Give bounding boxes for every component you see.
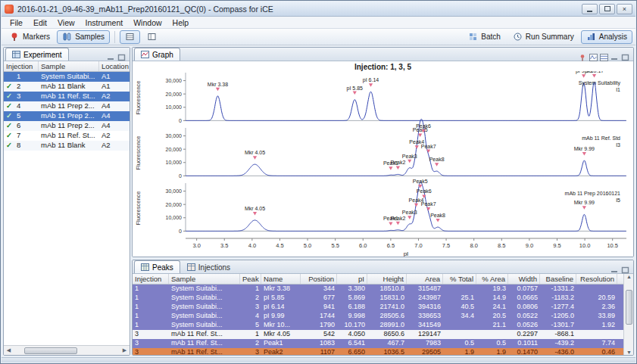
column-header[interactable]: Position — [301, 274, 337, 284]
peaks-vscrollbar[interactable]: ▲ ▼ — [623, 274, 633, 355]
experiment-row[interactable]: 1System Suitabi...A1Sys — [4, 72, 130, 82]
experiment-row[interactable]: ✓8mAb 11 BlankA2mA — [4, 141, 130, 151]
peak-marker-icon — [436, 219, 439, 222]
cell: 40.5 — [443, 303, 476, 312]
column-header[interactable]: % Total — [443, 274, 476, 284]
cell-injection: 3 — [14, 92, 39, 101]
stacked-graph-icon[interactable] — [600, 51, 608, 58]
menu-window[interactable]: Window — [128, 17, 167, 28]
minimize-button[interactable] — [582, 4, 598, 14]
cell-injection: 1 — [14, 72, 39, 82]
column-header[interactable]: Height — [367, 274, 407, 284]
menu-file[interactable]: File — [5, 17, 28, 28]
pin-icon[interactable] — [579, 51, 587, 58]
column-header[interactable]: Location — [99, 61, 130, 71]
tab-injections[interactable]: Injections — [180, 260, 237, 273]
peaks-row[interactable]: 1System Suitabi...4pI 9.9917449.99828505… — [133, 312, 623, 321]
peaks-row[interactable]: 3mAb 11 Ref. St...1Mkr 4.055424.0508650.… — [133, 330, 623, 339]
hscroll-thumb[interactable] — [24, 347, 77, 354]
experiment-row[interactable]: ✓3mAb 11 Ref. St...A2mA — [4, 92, 130, 101]
column-header[interactable]: Area — [407, 274, 443, 284]
peak-marker-icon — [407, 160, 411, 163]
scroll-left-icon[interactable]: ◀ — [4, 347, 14, 353]
graph-maximize-icon[interactable] — [621, 51, 629, 58]
electropherogram-chart[interactable]: 010,00020,00030,000FluorescenceMkr 3.38p… — [133, 71, 633, 257]
column-header[interactable]: Resolution — [576, 274, 617, 284]
column-header[interactable]: % Area — [476, 274, 508, 284]
peak-marker-icon — [253, 156, 257, 160]
column-header[interactable]: Injection — [4, 61, 39, 71]
trace-sample-label: System Suitability — [579, 80, 621, 86]
cell: 0.0665 — [508, 294, 540, 303]
scroll-down-icon[interactable]: ▼ — [624, 350, 634, 355]
cell: 21741.0 — [367, 303, 407, 312]
cell-sample: mAb 11 Prep 2... — [39, 111, 99, 121]
window-title: 2016-01-21_09-46-39_mAb11_Prep20160121_Q… — [17, 5, 582, 14]
tab-experiment[interactable]: Experiment — [5, 48, 69, 61]
column-header[interactable]: Baseline — [540, 274, 576, 284]
list-view-button[interactable] — [120, 30, 140, 44]
form-view-icon — [147, 32, 157, 42]
column-header[interactable]: Name — [261, 274, 301, 284]
peaks-row[interactable]: 1System Suitabi...3pI 6.149416.18821741.… — [133, 303, 623, 312]
y-axis-label: Fluorescence — [135, 135, 142, 170]
peaks-row[interactable]: 1System Suitabi...5Mkr 10...179010.17028… — [133, 321, 623, 330]
peaks-table-header: InjectionSamplePeakNamePositionpIHeightA… — [133, 274, 633, 285]
form-view-button[interactable] — [142, 30, 162, 44]
scroll-right-icon[interactable]: ▶ — [120, 347, 130, 353]
menu-help[interactable]: Help — [167, 17, 195, 28]
column-header[interactable]: Injection — [133, 274, 169, 284]
cell: 1.92 — [576, 321, 617, 330]
single-graph-icon[interactable] — [589, 51, 598, 58]
maximize-button[interactable] — [599, 4, 615, 14]
samples-button-label: Samples — [75, 33, 105, 41]
experiment-row[interactable]: ✓7mAb 11 Ref. St...A2mA — [4, 131, 130, 141]
experiment-minimize-icon[interactable] — [107, 51, 115, 58]
experiment-row[interactable]: ✓2mAb 11 BlankA1mA — [4, 82, 130, 92]
cell: Peak1 — [261, 339, 301, 348]
experiment-row[interactable]: ✓6mAb 11 Prep 2...A4mA — [4, 121, 130, 131]
titlebar: 2016-01-21_09-46-39_mAb11_Prep20160121_Q… — [2, 2, 635, 17]
peaks-row[interactable]: 3mAb 11 Ref. St...3Peak211076.6501036.52… — [133, 348, 623, 355]
column-header[interactable]: Sample — [39, 61, 99, 71]
samples-button[interactable]: Samples — [57, 30, 110, 44]
cell: 29505 — [407, 348, 443, 355]
markers-button[interactable]: Markers — [5, 30, 55, 44]
experiment-maximize-icon[interactable] — [117, 51, 126, 58]
run-summary-button-label: Run Summary — [526, 33, 574, 41]
cell: 33.89 — [576, 312, 617, 321]
column-header[interactable]: Peak — [240, 274, 261, 284]
peaks-row[interactable]: 1System Suitabi...1Mkr 3.383443.38018510… — [133, 285, 623, 294]
peaks-row[interactable]: 1System Suitabi...2pI 5.856775.86915831.… — [133, 294, 623, 303]
cell: 9.998 — [337, 312, 367, 321]
svg-text:6.5: 6.5 — [387, 242, 395, 249]
graph-minimize-icon[interactable] — [610, 51, 619, 58]
close-button[interactable]: × — [617, 4, 632, 14]
scroll-up-icon[interactable]: ▲ — [624, 274, 634, 279]
menu-view[interactable]: View — [52, 17, 80, 28]
cell: Peak2 — [261, 348, 301, 355]
menu-edit[interactable]: Edit — [28, 17, 52, 28]
tab-graph[interactable]: Graph — [134, 48, 180, 61]
cell-sample: mAb 11 Blank — [39, 141, 99, 151]
markers-button-label: Markers — [23, 33, 50, 41]
column-header[interactable]: Sample — [169, 274, 240, 284]
experiment-hscrollbar[interactable]: ◀ ▶ — [4, 345, 130, 355]
peaks-row[interactable]: 3mAb 11 Ref. St...2Peak110836.541467.779… — [133, 339, 623, 348]
peaks-maximize-icon[interactable] — [621, 263, 629, 271]
cell: 338653 — [407, 312, 443, 321]
cell: 28991.0 — [367, 321, 407, 330]
experiment-row[interactable]: ✓4mAb 11 Prep 2...A4mA — [4, 101, 130, 111]
tab-peaks[interactable]: Peaks — [134, 260, 180, 273]
svg-text:10.0: 10.0 — [579, 242, 591, 249]
run-summary-button[interactable]: Run Summary — [507, 30, 579, 44]
vscroll-thumb[interactable] — [626, 290, 632, 325]
column-header[interactable]: Width — [508, 274, 540, 284]
column-header[interactable]: pI — [337, 274, 367, 284]
experiment-row[interactable]: ✓5mAb 11 Prep 2...A4mA — [4, 111, 130, 121]
batch-button[interactable]: Batch — [463, 30, 506, 44]
graph-panel: Graph — [132, 47, 634, 257]
peaks-minimize-icon[interactable] — [610, 263, 619, 271]
analysis-button[interactable]: Analysis — [581, 30, 632, 44]
menu-instrument[interactable]: Instrument — [80, 17, 129, 28]
